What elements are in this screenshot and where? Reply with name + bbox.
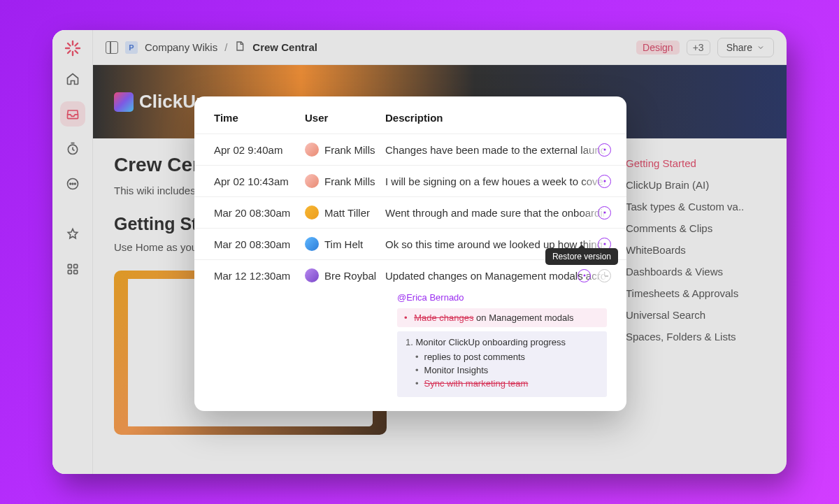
avatar [305,206,319,219]
app-window: P Company Wikis / Crew Central Design +3… [52,30,787,474]
avatar [305,268,319,282]
version-menu-icon[interactable] [578,269,591,282]
restore-version-tooltip: Restore version [545,248,618,265]
version-row[interactable]: Apr 02 10:43amFrank MillsI will be signi… [194,165,626,196]
diff-list-item: replies to post comments [415,350,600,363]
version-time: Apr 02 9:40am [214,144,305,156]
diff-strike-text: Made changes [414,312,473,323]
version-header: Time User Description [194,112,626,134]
version-menu-icon[interactable] [598,143,611,157]
version-menu-icon[interactable] [598,175,611,188]
version-description: Went through and made sure that the onbo… [385,207,607,219]
diff-removed-line: • Made changes on Management modals [397,308,607,327]
diff-rest-text: on Management modals [473,312,573,323]
version-user: Frank Mills [305,143,385,157]
version-description: I will be signing on a few houes a week … [385,175,607,187]
version-user: Tim Helt [305,237,385,251]
avatar [305,174,319,188]
version-diff-details: @Erica Bernado • Made changes on Managem… [194,291,626,397]
diff-list-item: Sync with marketing team [415,377,600,390]
version-row[interactable]: Apr 02 9:40amFrank MillsChanges have bee… [194,134,626,165]
version-description: Changes have been made to the external l… [385,144,607,156]
col-header-description: Description [385,112,607,124]
avatar [305,237,319,251]
diff-list-block: 1. Monitor ClickUp onboarding progress r… [397,331,607,397]
version-user: Bre Roybal [305,268,385,282]
col-header-user: User [305,112,385,124]
version-user: Frank Mills [305,174,385,188]
diff-list-title: Monitor ClickUp onboarding progress [415,337,566,347]
version-description: Updated changes on Management modals acr… [385,270,607,282]
version-time: Mar 12 12:30am [214,270,305,282]
version-user: Matt Tiller [305,206,385,219]
restore-version-icon[interactable] [598,269,611,282]
mention-link[interactable]: @Erica Bernado [397,291,607,308]
version-history-panel: Time User Description Apr 02 9:40amFrank… [194,96,626,411]
version-menu-icon[interactable] [598,206,611,219]
diff-list-item: Monitor Insights [415,363,600,377]
col-header-time: Time [214,112,305,124]
version-time: Apr 02 10:43am [214,175,305,187]
avatar [305,143,319,157]
version-time: Mar 20 08:30am [214,238,305,250]
version-row[interactable]: Mar 20 08:30amMatt TillerWent through an… [194,196,626,228]
version-time: Mar 20 08:30am [214,207,305,219]
